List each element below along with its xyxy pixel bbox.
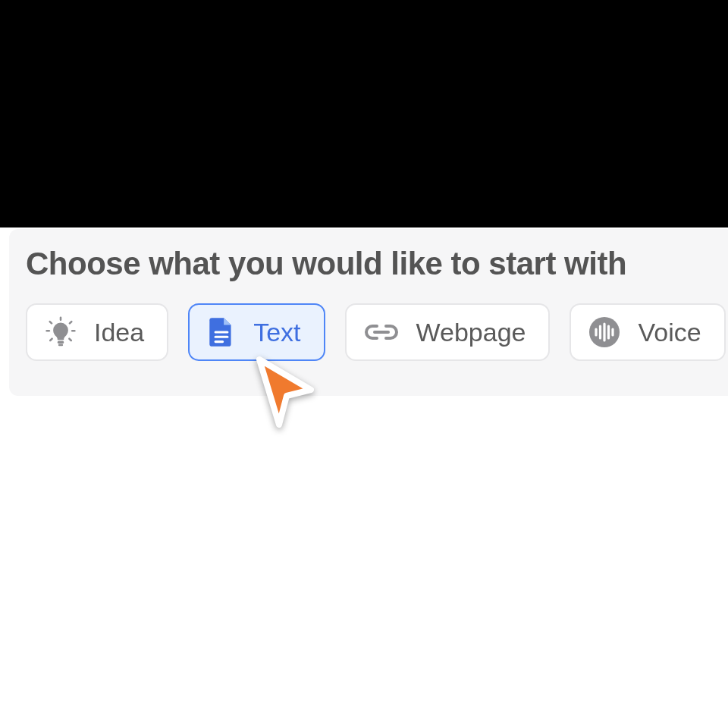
options-row: Idea Text	[26, 303, 728, 361]
option-label: Text	[253, 318, 300, 347]
lightbulb-icon	[44, 315, 77, 349]
svg-line-5	[50, 339, 52, 340]
svg-rect-7	[58, 341, 64, 344]
svg-line-6	[69, 339, 71, 340]
option-text[interactable]: Text	[188, 303, 325, 361]
top-black-region	[0, 0, 728, 228]
svg-rect-8	[58, 344, 63, 346]
option-webpage[interactable]: Webpage	[345, 303, 551, 361]
link-icon	[363, 321, 400, 344]
svg-line-2	[70, 322, 71, 323]
svg-rect-11	[215, 340, 224, 343]
document-icon	[206, 315, 237, 349]
svg-rect-9	[215, 331, 229, 333]
start-with-panel: Choose what you would like to start with	[9, 229, 728, 396]
audio-icon	[588, 315, 621, 349]
option-label: Voice	[638, 318, 701, 347]
svg-rect-10	[215, 336, 229, 338]
option-voice[interactable]: Voice	[570, 303, 725, 361]
panel-heading: Choose what you would like to start with	[26, 246, 728, 282]
option-label: Webpage	[416, 318, 526, 347]
option-label: Idea	[94, 318, 144, 347]
svg-line-1	[50, 322, 52, 323]
option-idea[interactable]: Idea	[26, 303, 168, 361]
